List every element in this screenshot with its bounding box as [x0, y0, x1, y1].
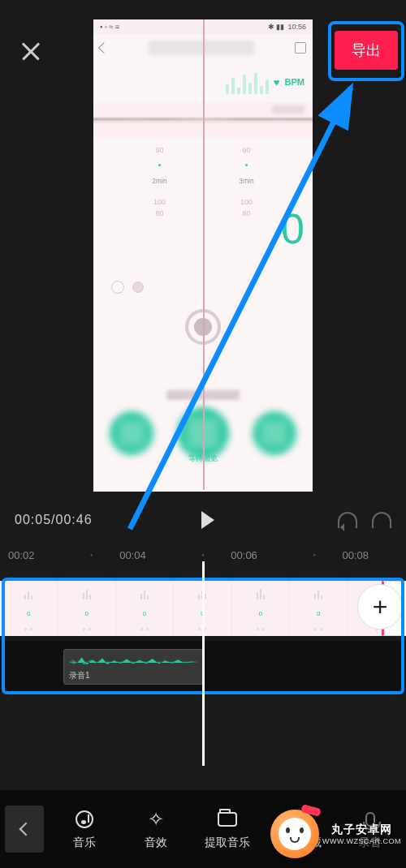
play-button[interactable] — [201, 511, 214, 529]
preview-big-value: 0 — [281, 204, 304, 253]
folder-icon — [218, 812, 237, 827]
video-frame: 0 — [116, 581, 174, 636]
preview-action-1-blurred — [110, 411, 153, 455]
preview-back-icon — [98, 42, 110, 54]
watermark: 丸子安卓网 WWW.WZSCAR.COM — [270, 810, 401, 858]
watermark-logo-icon — [270, 810, 319, 858]
tool-music[interactable]: 音乐 — [49, 808, 120, 850]
undo-button[interactable] — [338, 512, 357, 528]
music-icon — [76, 810, 93, 828]
playhead[interactable] — [202, 561, 205, 766]
video-frame: 0 — [290, 581, 348, 636]
preview-action-3-blurred — [253, 411, 296, 455]
heart-icon: ♥ — [274, 76, 280, 88]
time-marker: 00:08 — [342, 549, 398, 561]
bpm-bars-icon — [226, 70, 269, 94]
preview-center-line — [203, 19, 205, 490]
video-frame: 0 — [58, 581, 115, 636]
toolbar-back-button[interactable] — [5, 806, 44, 853]
export-button[interactable]: 导出 — [335, 31, 398, 70]
video-frame: 0 — [232, 581, 290, 636]
star-icon: ✧ — [148, 808, 164, 831]
playback-time: 00:05/00:46 — [15, 513, 93, 527]
preview-title-blurred — [149, 41, 254, 55]
watermark-title: 丸子安卓网 — [331, 823, 392, 837]
close-button[interactable] — [19, 39, 42, 62]
watermark-url: WWW.WZSCAR.COM — [322, 837, 401, 845]
add-clip-button[interactable]: + — [357, 584, 403, 630]
redo-button[interactable] — [372, 512, 391, 528]
time-marker: 00:02 — [8, 549, 64, 561]
audio-clip-label: 录音1 — [69, 670, 90, 681]
video-frame: 0 — [0, 581, 58, 636]
audio-clip[interactable]: 录音1 — [63, 649, 203, 685]
preview-share-icon — [295, 42, 306, 54]
time-marker: 00:04 — [119, 549, 175, 561]
tool-extract-music[interactable]: 提取音乐 — [192, 808, 263, 850]
chevron-left-icon — [19, 823, 33, 836]
bpm-label: BPM — [285, 77, 304, 87]
time-marker: 00:06 — [231, 549, 287, 561]
tool-sound-effect[interactable]: ✧ 音效 — [120, 808, 192, 850]
